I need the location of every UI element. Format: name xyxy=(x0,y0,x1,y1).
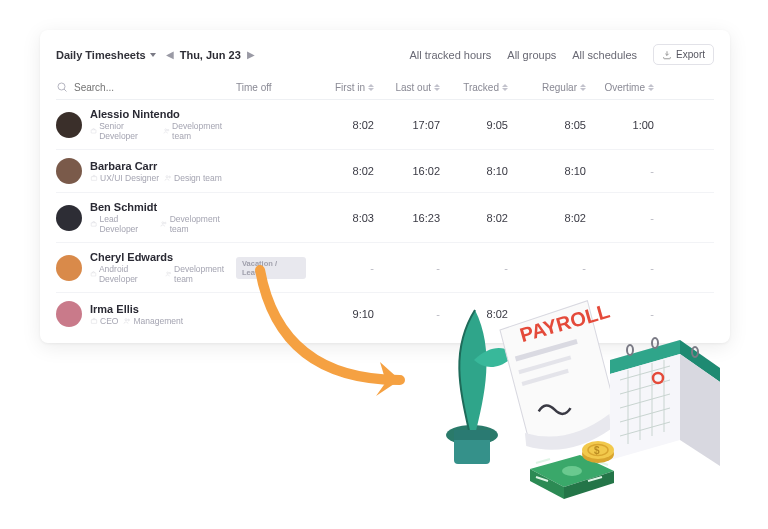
svg-point-15 xyxy=(128,319,130,321)
search-icon xyxy=(56,81,68,93)
svg-point-35 xyxy=(562,466,582,476)
briefcase-icon xyxy=(90,220,97,228)
person-name: Irma Ellis xyxy=(90,303,183,315)
person-role: Lead Developer xyxy=(90,214,155,234)
cell-lastout: 17:07 xyxy=(374,119,440,131)
cell-regular: 8:10 xyxy=(508,165,586,177)
col-firstin[interactable]: First in xyxy=(306,82,374,93)
filter-schedules[interactable]: All schedules xyxy=(572,49,641,61)
users-icon xyxy=(123,317,131,325)
svg-point-8 xyxy=(162,222,164,224)
filter-hours[interactable]: All tracked hours xyxy=(409,49,495,61)
svg-text:$: $ xyxy=(594,445,600,456)
cell-tracked: 9:05 xyxy=(440,119,508,131)
cell-firstin: - xyxy=(306,262,374,274)
view-label: Daily Timesheets xyxy=(56,49,146,61)
next-day-button[interactable]: ▶ xyxy=(247,49,255,60)
person-meta: CEOManagement xyxy=(90,316,183,326)
cell-overtime: - xyxy=(586,308,654,320)
col-tracked[interactable]: Tracked xyxy=(440,82,508,93)
users-icon xyxy=(165,270,172,278)
cell-tracked: 8:02 xyxy=(440,308,508,320)
briefcase-icon xyxy=(90,127,97,135)
svg-rect-18 xyxy=(454,430,490,440)
col-timeoff: Time off xyxy=(236,82,306,93)
table-row[interactable]: Alessio NintendoSenior DeveloperDevelopm… xyxy=(56,100,714,150)
person-meta: Lead DeveloperDevelopment team xyxy=(90,214,236,234)
cell-lastout: 16:02 xyxy=(374,165,440,177)
table-row[interactable]: Irma EllisCEOManagement9:10-8:028:02- xyxy=(56,293,714,335)
person-cell: Cheryl EdwardsAndroid DeveloperDevelopme… xyxy=(56,251,236,284)
cell-regular: - xyxy=(508,262,586,274)
svg-point-31 xyxy=(653,373,663,383)
briefcase-icon xyxy=(90,174,98,182)
view-dropdown[interactable]: Daily Timesheets xyxy=(56,49,156,61)
table-row[interactable]: Ben SchmidtLead DeveloperDevelopment tea… xyxy=(56,193,714,243)
svg-line-23 xyxy=(620,380,670,394)
avatar xyxy=(56,205,82,231)
svg-point-12 xyxy=(169,273,170,274)
timeoff-badge: Vacation / Leave xyxy=(236,257,306,279)
search-input[interactable] xyxy=(74,82,194,93)
table-row[interactable]: Barbara CarrUX/UI DesignerDesign team8:0… xyxy=(56,150,714,193)
person-name: Barbara Carr xyxy=(90,160,222,172)
cell-tracked: - xyxy=(440,262,508,274)
person-cell: Barbara CarrUX/UI DesignerDesign team xyxy=(56,158,236,184)
svg-rect-1 xyxy=(91,130,96,133)
svg-point-5 xyxy=(166,175,168,177)
person-name: Cheryl Edwards xyxy=(90,251,236,263)
person-team: Development team xyxy=(165,264,236,284)
svg-point-2 xyxy=(165,129,167,131)
col-lastout[interactable]: Last out xyxy=(374,82,440,93)
export-button[interactable]: Export xyxy=(653,44,714,65)
svg-point-9 xyxy=(165,222,167,224)
svg-line-26 xyxy=(620,422,670,436)
avatar xyxy=(56,112,82,138)
cell-overtime: - xyxy=(586,165,654,177)
svg-point-0 xyxy=(58,83,65,90)
date-navigator: ◀ Thu, Jun 23 ▶ xyxy=(166,49,255,61)
svg-rect-20 xyxy=(518,355,571,374)
person-meta: Senior DeveloperDevelopment team xyxy=(90,121,236,141)
svg-point-3 xyxy=(167,129,168,130)
person-meta: UX/UI DesignerDesign team xyxy=(90,173,222,183)
person-team: Design team xyxy=(164,173,222,183)
svg-point-16 xyxy=(446,425,498,445)
table-row[interactable]: Cheryl EdwardsAndroid DeveloperDevelopme… xyxy=(56,243,714,293)
filter-groups[interactable]: All groups xyxy=(507,49,560,61)
person-name: Ben Schmidt xyxy=(90,201,236,213)
cell-firstin: 8:02 xyxy=(306,165,374,177)
svg-rect-7 xyxy=(91,223,96,226)
table-body: Alessio NintendoSenior DeveloperDevelopm… xyxy=(56,100,714,335)
cell-lastout: - xyxy=(374,308,440,320)
svg-point-14 xyxy=(125,318,127,320)
person-team: Management xyxy=(123,316,183,326)
users-icon xyxy=(160,220,167,228)
person-cell: Ben SchmidtLead DeveloperDevelopment tea… xyxy=(56,201,236,234)
col-regular[interactable]: Regular xyxy=(508,82,586,93)
svg-point-6 xyxy=(169,176,171,178)
svg-rect-17 xyxy=(454,430,490,464)
prev-day-button[interactable]: ◀ xyxy=(166,49,174,60)
svg-line-24 xyxy=(620,394,670,408)
cell-lastout: 16:23 xyxy=(374,212,440,224)
download-icon xyxy=(662,50,672,60)
cell-regular: 8:02 xyxy=(508,308,586,320)
person-team: Development team xyxy=(163,121,236,141)
search-box[interactable] xyxy=(56,81,236,93)
person-role: UX/UI Designer xyxy=(90,173,159,183)
col-overtime[interactable]: Overtime xyxy=(586,82,654,93)
header-row: Time off First in Last out Tracked Regul… xyxy=(56,75,714,100)
person-cell: Irma EllisCEOManagement xyxy=(56,301,236,327)
cell-tracked: 8:10 xyxy=(440,165,508,177)
users-icon xyxy=(163,127,170,135)
chevron-down-icon xyxy=(150,53,156,57)
toolbar: Daily Timesheets ◀ Thu, Jun 23 ▶ All tra… xyxy=(56,44,714,65)
cell-regular: 8:05 xyxy=(508,119,586,131)
person-meta: Android DeveloperDevelopment team xyxy=(90,264,236,284)
current-date: Thu, Jun 23 xyxy=(180,49,241,61)
person-role: Senior Developer xyxy=(90,121,158,141)
users-icon xyxy=(164,174,172,182)
cell-timeoff: Vacation / Leave xyxy=(236,257,306,279)
svg-point-32 xyxy=(627,345,633,355)
